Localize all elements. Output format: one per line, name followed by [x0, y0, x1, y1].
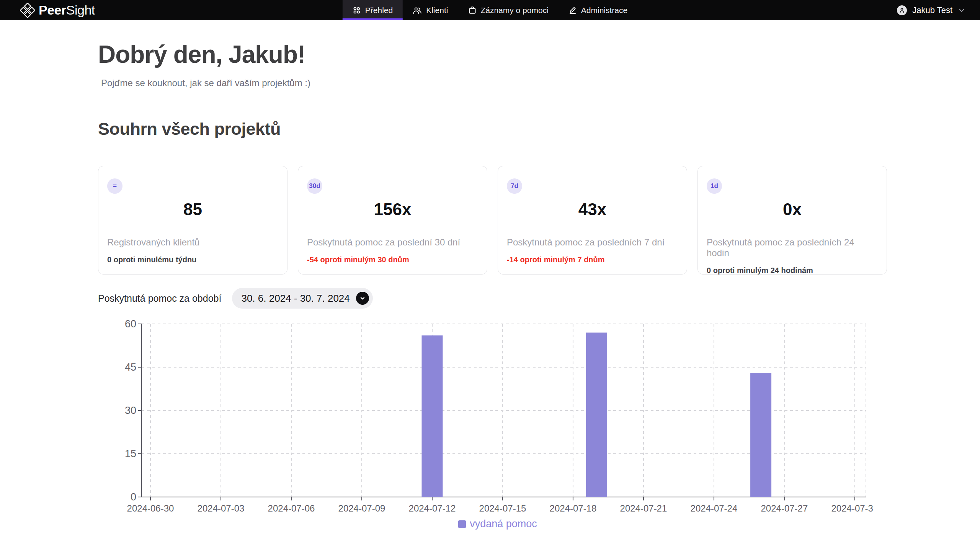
svg-text:2024-07-03: 2024-07-03	[198, 503, 245, 513]
chart-legend[interactable]: vydaná pomoc	[122, 518, 873, 530]
card-label: Poskytnutá pomoc za poslední 30 dní	[307, 237, 478, 248]
brand-name: PeerSight	[39, 3, 95, 18]
nav-item-zaznamy[interactable]: Záznamy o pomoci	[458, 0, 558, 20]
stat-card-help-7d: 7d 43x Poskytnutá pomoc za posledních 7 …	[498, 166, 687, 275]
svg-text:45: 45	[125, 361, 136, 373]
period-label: Poskytnutá pomoc za období	[98, 293, 221, 304]
brand[interactable]: PeerSight	[20, 0, 95, 20]
main-navigation: Přehled Klienti Záznamy o pomoci	[343, 0, 637, 20]
page-title: Dobrý den, Jakub!	[98, 40, 980, 69]
nav-item-label: Klienti	[426, 6, 448, 15]
svg-text:2024-07-30: 2024-07-30	[831, 503, 873, 513]
avatar	[897, 5, 907, 15]
dashboard-content: Dobrý den, Jakub! Pojďme se kouknout, ja…	[0, 40, 980, 530]
chevron-down-icon	[958, 7, 965, 14]
svg-text:2024-07-09: 2024-07-09	[338, 503, 385, 513]
nav-item-label: Administrace	[581, 6, 627, 15]
date-range-value: 30. 6. 2024 - 30. 7. 2024	[241, 293, 350, 304]
card-value: 156x	[307, 200, 478, 219]
card-value: 0x	[707, 200, 878, 219]
svg-text:2024-07-15: 2024-07-15	[479, 503, 526, 513]
user-menu[interactable]: Jakub Test	[897, 0, 965, 20]
svg-text:2024-07-12: 2024-07-12	[409, 503, 456, 513]
svg-text:2024-07-27: 2024-07-27	[761, 503, 808, 513]
svg-text:30: 30	[125, 405, 136, 416]
date-range-selector[interactable]: 30. 6. 2024 - 30. 7. 2024	[232, 288, 372, 309]
pencil-icon	[568, 6, 577, 15]
summary-section-title: Souhrn všech projektů	[98, 119, 980, 139]
peersight-logo-icon	[20, 3, 35, 18]
card-delta: 0 oproti minulému týdnu	[107, 255, 278, 264]
users-icon	[413, 6, 422, 15]
bar-chart-canvas: 0153045602024-06-302024-07-032024-07-062…	[122, 320, 873, 517]
legend-label: vydaná pomoc	[470, 518, 537, 530]
card-label: Registrovaných klientů	[107, 237, 278, 248]
nav-item-label: Přehled	[365, 6, 393, 15]
page-subtitle: Pojďme se kouknout, jak se daří vaším pr…	[101, 78, 980, 88]
svg-text:2024-07-06: 2024-07-06	[268, 503, 315, 513]
legend-swatch	[458, 520, 466, 528]
stat-card-help-24h: 1d 0x Poskytnutá pomoc za posledních 24 …	[697, 166, 887, 275]
card-delta: -54 oproti minulým 30 dnům	[307, 255, 478, 264]
user-name: Jakub Test	[912, 5, 952, 15]
nav-item-label: Záznamy o pomoci	[480, 6, 548, 15]
stat-card-help-30d: 30d 156x Poskytnutá pomoc za poslední 30…	[298, 166, 487, 275]
svg-text:2024-07-18: 2024-07-18	[550, 503, 597, 513]
svg-text:2024-07-24: 2024-07-24	[691, 503, 738, 513]
card-value: 43x	[507, 200, 678, 219]
clipboard-icon	[468, 6, 476, 15]
help-bar-chart: 0153045602024-06-302024-07-032024-07-062…	[122, 320, 873, 530]
stat-card-registered-clients: = 85 Registrovaných klientů 0 oproti min…	[98, 166, 287, 275]
card-value: 85	[107, 200, 278, 219]
card-badge: 1d	[707, 178, 722, 194]
svg-text:60: 60	[125, 320, 136, 330]
card-label: Poskytnutá pomoc za posledních 24 hodin	[707, 237, 878, 258]
card-delta: -14 oproti minulým 7 dnům	[507, 255, 678, 264]
svg-text:2024-06-30: 2024-06-30	[127, 503, 174, 513]
top-navbar: PeerSight Přehled Klienti	[0, 0, 980, 20]
card-label: Poskytnutá pomoc za posledních 7 dní	[507, 237, 678, 248]
card-badge: 30d	[307, 178, 322, 194]
grid-icon	[353, 6, 361, 15]
card-badge: 7d	[507, 178, 522, 194]
svg-text:0: 0	[131, 491, 136, 503]
card-delta: 0 oproti minulým 24 hodinám	[707, 266, 878, 275]
svg-text:2024-07-21: 2024-07-21	[620, 503, 667, 513]
period-selector-row: Poskytnutá pomoc za období 30. 6. 2024 -…	[98, 288, 980, 309]
card-badge: =	[107, 178, 122, 194]
nav-item-klienti[interactable]: Klienti	[403, 0, 458, 20]
svg-text:15: 15	[125, 448, 136, 459]
chevron-down-icon	[356, 292, 369, 305]
nav-item-administrace[interactable]: Administrace	[559, 0, 637, 20]
nav-item-prehled[interactable]: Přehled	[343, 0, 403, 20]
stat-cards: = 85 Registrovaných klientů 0 oproti min…	[98, 166, 980, 275]
